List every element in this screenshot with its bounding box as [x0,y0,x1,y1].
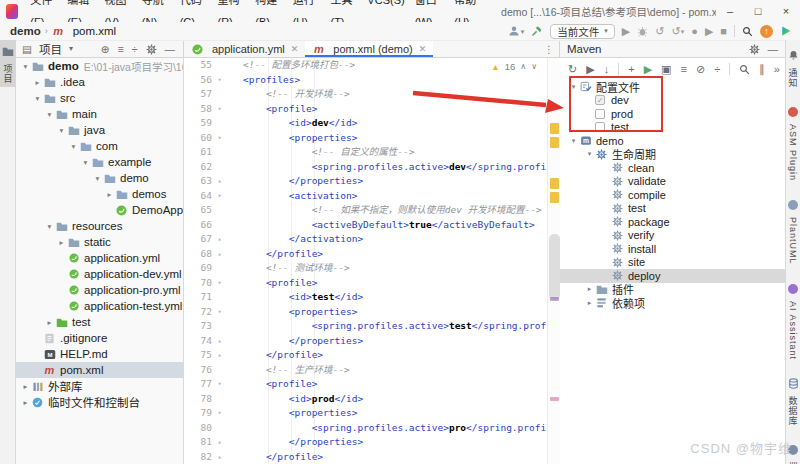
fold-marker-icon[interactable]: ▾ [212,377,227,392]
warning-stripe-mark[interactable] [550,123,559,134]
project-tree-row-test[interactable]: ▸ test [16,314,183,330]
warning-stripe-mark[interactable] [550,178,559,189]
fold-marker-icon[interactable]: ▴ [212,348,227,363]
info-stripe-mark[interactable] [550,397,559,401]
chevron-closed-icon[interactable]: ▸ [104,190,115,199]
minimize-button[interactable]: – [716,0,744,22]
code-line-62[interactable]: 62 <spring.profiles.active>dev</spring.p… [184,160,547,175]
checkbox-unchecked[interactable] [595,122,605,132]
tool-strip-AI-Assistant[interactable]: AI Assistant [786,277,800,363]
maven-tree-row-verify[interactable]: verify [560,229,785,243]
checkbox-checked[interactable]: ✓ [595,95,605,105]
user-icon[interactable]: ▾ [508,25,525,37]
project-tree-row-example[interactable]: ▾ example [16,154,183,170]
checkbox-unchecked[interactable] [595,109,605,119]
maven-tree-row-[interactable]: ▸依赖项 [560,296,785,310]
inspections-widget[interactable]: ▲ 16 ∧ ∨ [488,61,540,72]
hide-panel-icon[interactable]: — [768,44,779,55]
project-tree-row-HELP.md[interactable]: M HELP.md [16,346,183,362]
project-tree-row-application-dev.yml[interactable]: application-dev.yml [16,266,183,282]
chevron-closed-icon[interactable]: ▸ [584,285,595,293]
stop-icon[interactable]: ■ [720,26,727,37]
maven-tree-row-validate[interactable]: validate [560,175,785,189]
chevron-open-icon[interactable]: ▾ [56,126,67,135]
fold-marker-icon[interactable]: ▾ [212,305,227,320]
error-stripe[interactable] [547,58,560,464]
tool-strip-PlantUML[interactable]: PlantUML [786,193,800,268]
fold-marker-icon[interactable]: ▾ [212,102,227,117]
collapse-all-icon[interactable]: ∥ [759,64,765,75]
download-sources-icon[interactable]: ↓ [604,64,610,75]
maven-settings-gear-icon[interactable] [749,44,760,55]
run-build-icon[interactable]: ▶ [644,64,652,75]
chevron-down-icon[interactable]: ▾ [69,45,73,53]
chevron-closed-icon[interactable]: ▸ [584,299,595,307]
chevron-closed-icon[interactable]: ▸ [20,382,31,391]
close-button[interactable]: × [772,0,800,22]
fold-marker-icon[interactable]: ▾ [212,406,227,421]
maven-tree-row-demo[interactable]: ▾mdemo [560,134,785,148]
fold-marker-icon[interactable]: ▾ [212,276,227,291]
code-line-65[interactable]: 65 <!-- 如果不指定，则默认使用dev 开发环境配置--> [184,203,547,218]
tool-strip-数据库[interactable]: 数据库 [786,372,800,429]
fold-marker-icon[interactable]: ▴ [212,450,227,464]
fold-marker-icon[interactable]: ▴ [212,435,227,450]
project-tree-row-main[interactable]: ▾ main [16,106,183,122]
build-hammer-icon[interactable] [531,25,543,37]
project-tree-row-com[interactable]: ▾ com [16,138,183,154]
code-line-74[interactable]: 74 ▴ </properties> [184,334,547,349]
maven-tree-row-[interactable]: ▾配置文件 [560,80,785,94]
project-tree-row-static[interactable]: ▸ static [16,234,183,250]
project-tree-row-[interactable]: ▸ 临时文件和控制台 [16,394,183,410]
code-line-56[interactable]: 56 ▾ <profiles> [184,73,547,88]
editor-tab-application.yml[interactable]: application.yml ✕ [184,41,305,57]
fold-marker-icon[interactable]: ▾ [212,131,227,146]
maven-tree-row-test[interactable]: test [560,121,785,135]
chevron-open-icon[interactable]: ▾ [20,62,31,71]
code-line-57[interactable]: 57 <!-- 开发环境--> [184,87,547,102]
project-tree-row-.gitignore[interactable]: .gitignore [16,330,183,346]
execute-goal-icon[interactable]: ▶ [586,64,594,75]
search-icon[interactable] [739,64,750,75]
more-icon[interactable]: » [774,64,780,75]
chevron-open-icon[interactable]: ▾ [92,174,103,183]
add-maven-project-icon[interactable]: + [628,64,634,75]
chevron-open-icon[interactable]: ▾ [568,83,579,91]
project-tree-row-application.yml[interactable]: application.yml [16,250,183,266]
tool-strip-项目[interactable]: 项目 [0,40,16,87]
warning-stripe-mark[interactable] [550,192,559,203]
open-terminal-icon[interactable]: ▣ [661,64,671,75]
code-line-61[interactable]: 61 <!-- 自定义的属性--> [184,145,547,160]
code-editor[interactable]: 55 <!-- 配置多环境打包-->56 ▾ <profiles>57 <!--… [184,58,560,464]
maven-tree-row-deploy[interactable]: deploy [560,269,785,283]
tab-options-icon[interactable]: ⋮ [544,41,559,57]
code-line-70[interactable]: 70 ▾ <profile> [184,276,547,291]
collapse-all-icon[interactable]: ÷ [132,44,138,55]
chevron-closed-icon[interactable]: ▸ [44,318,55,327]
settings-icon[interactable] [146,44,157,55]
project-tree-row-demo[interactable]: ▾ demo [16,170,183,186]
code-line-66[interactable]: 66 <activeByDefault>true</activeByDefaul… [184,218,547,233]
project-tree-row-.idea[interactable]: ▸ .idea [16,74,183,90]
maven-tree-row-compile[interactable]: compile [560,188,785,202]
tool-strip-ASM-Plugin[interactable]: ASM Plugin [786,100,800,184]
breadcrumb-file[interactable]: pom.xml [73,25,116,37]
attach-debugger-icon[interactable]: ≡ [681,64,687,75]
fold-marker-icon[interactable]: ▾ [212,189,227,204]
show-profiles-icon[interactable]: ÷ [714,64,720,75]
code-line-67[interactable]: 67 ▴ </activation> [184,232,547,247]
expand-all-icon[interactable]: ≡ [118,44,124,55]
project-panel-title[interactable]: 项目 [39,41,62,57]
close-tab-icon[interactable]: ✕ [291,44,299,54]
run-coverage-icon[interactable]: ↺ [655,26,664,37]
tool-strip-通知[interactable]: 通知 [786,44,800,91]
fold-marker-icon[interactable]: ▴ [212,247,227,262]
chevron-open-icon[interactable]: ▾ [568,137,579,145]
debug-icon[interactable] [637,26,648,37]
code-line-82[interactable]: 82 ▴ </profile> [184,450,547,464]
maven-tree-row-package[interactable]: package [560,215,785,229]
close-tab-icon[interactable]: ✕ [419,44,427,54]
chevron-open-icon[interactable]: ▾ [80,158,91,167]
code-line-77[interactable]: 77 ▾ <profile> [184,377,547,392]
maven-tree-row-site[interactable]: site [560,256,785,270]
